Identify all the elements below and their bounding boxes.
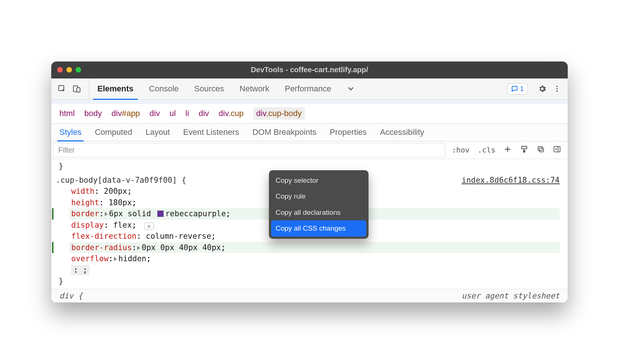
flex-editor-icon[interactable]: ▥ [144, 223, 154, 230]
ctx-copy-all-decls[interactable]: Copy all declarations [271, 204, 366, 221]
crumb-li[interactable]: li [186, 109, 189, 118]
gear-icon[interactable] [537, 83, 548, 94]
crumb-div-cup[interactable]: div.cup [219, 109, 244, 118]
svg-rect-6 [522, 146, 527, 149]
separator [89, 78, 89, 99]
decl-border-radius[interactable]: border-radius:0px 0px 40px 40px; [69, 242, 560, 253]
ua-selector: div { [59, 291, 83, 300]
svg-rect-8 [538, 146, 542, 150]
tab-console[interactable]: Console [148, 78, 180, 99]
ctx-copy-selector[interactable]: Copy selector [271, 172, 366, 189]
expand-icon[interactable] [114, 257, 117, 261]
window-controls [57, 67, 81, 73]
close-icon[interactable] [57, 67, 63, 73]
window-title: DevTools - coffee-cart.netlify.app/ [251, 66, 368, 74]
tab-sources[interactable]: Sources [193, 78, 226, 99]
new-rule-icon[interactable] [502, 145, 513, 155]
decl-overflow[interactable]: overflow:hidden; [69, 253, 560, 264]
panel-toggle-icon[interactable] [551, 145, 563, 155]
color-swatch-icon[interactable] [157, 210, 164, 217]
styles-filter-bar: :hov .cls [51, 141, 568, 159]
crumb-html[interactable]: html [59, 109, 75, 118]
styles-subtabs: Styles Computed Layout Event Listeners D… [51, 124, 568, 141]
subtab-event-listeners[interactable]: Event Listeners [183, 124, 239, 141]
subtab-styles[interactable]: Styles [59, 124, 82, 141]
subtab-properties[interactable]: Properties [330, 124, 367, 141]
css-selector[interactable]: .cup-body[data-v-7a0f9f00] { [56, 175, 186, 186]
expand-icon[interactable] [105, 212, 108, 216]
inspect-icon[interactable] [56, 83, 68, 94]
context-menu: Copy selector Copy rule Copy all declara… [269, 170, 369, 239]
crumb-div-cup-body[interactable]: div.cup-body [253, 107, 305, 120]
crumb-div-app[interactable]: div#app [111, 109, 140, 118]
ua-stylesheet-row: div { user agent stylesheet [51, 289, 568, 302]
filter-input[interactable] [53, 143, 445, 157]
kebab-icon[interactable] [551, 83, 563, 94]
device-toggle-icon[interactable] [71, 83, 82, 94]
css-source-link[interactable]: index.8d6c6f18.css:74 [461, 175, 560, 186]
crumb-div2[interactable]: div [198, 109, 209, 118]
svg-point-4 [556, 88, 558, 90]
crumb-body[interactable]: body [84, 109, 102, 118]
svg-rect-2 [77, 88, 80, 92]
ctx-copy-rule[interactable]: Copy rule [271, 188, 366, 204]
copy-icon[interactable] [535, 145, 546, 155]
expand-icon[interactable] [137, 246, 140, 250]
main-toolbar: Elements Console Sources Network Perform… [51, 78, 568, 100]
hov-toggle[interactable]: :hov [450, 146, 471, 154]
subtab-computed[interactable]: Computed [95, 124, 132, 141]
top-tabs: Elements Console Sources Network Perform… [96, 78, 356, 99]
ua-label: user agent stylesheet [461, 291, 560, 300]
devtools-window: DevTools - coffee-cart.netlify.app/ Elem… [51, 62, 568, 303]
svg-point-5 [556, 91, 558, 92]
svg-rect-7 [539, 148, 543, 152]
more-tabs-icon[interactable] [345, 78, 356, 99]
tab-performance[interactable]: Performance [283, 78, 333, 99]
zoom-icon[interactable] [76, 67, 81, 73]
crumb-ul[interactable]: ul [169, 109, 176, 118]
ctx-copy-css-changes[interactable]: Copy all CSS changes [271, 220, 366, 237]
tab-elements[interactable]: Elements [96, 78, 135, 99]
cls-toggle[interactable]: .cls [476, 146, 497, 154]
css-rule-close: } [53, 276, 560, 287]
tab-network[interactable]: Network [238, 78, 271, 99]
svg-rect-9 [554, 146, 560, 152]
issues-count: 1 [520, 85, 524, 93]
breadcrumb: html body div#app div ul li div div.cup … [51, 104, 568, 124]
crumb-div[interactable]: div [149, 109, 160, 118]
styles-pane: } .cup-body[data-v-7a0f9f00] { index.8d6… [51, 159, 568, 289]
filter-buttons: :hov .cls [445, 141, 568, 159]
subtab-layout[interactable]: Layout [145, 124, 170, 141]
svg-point-3 [556, 86, 558, 87]
brush-icon[interactable] [518, 145, 530, 155]
subtab-accessibility[interactable]: Accessibility [380, 124, 424, 141]
issues-badge[interactable]: 1 [507, 83, 528, 95]
dom-peek [51, 100, 568, 104]
titlebar: DevTools - coffee-cart.netlify.app/ [51, 62, 568, 78]
subtab-dom-breakpoints[interactable]: DOM Breakpoints [252, 124, 317, 141]
minimize-icon[interactable] [66, 67, 72, 73]
decl-new[interactable]: : ; [69, 265, 560, 276]
